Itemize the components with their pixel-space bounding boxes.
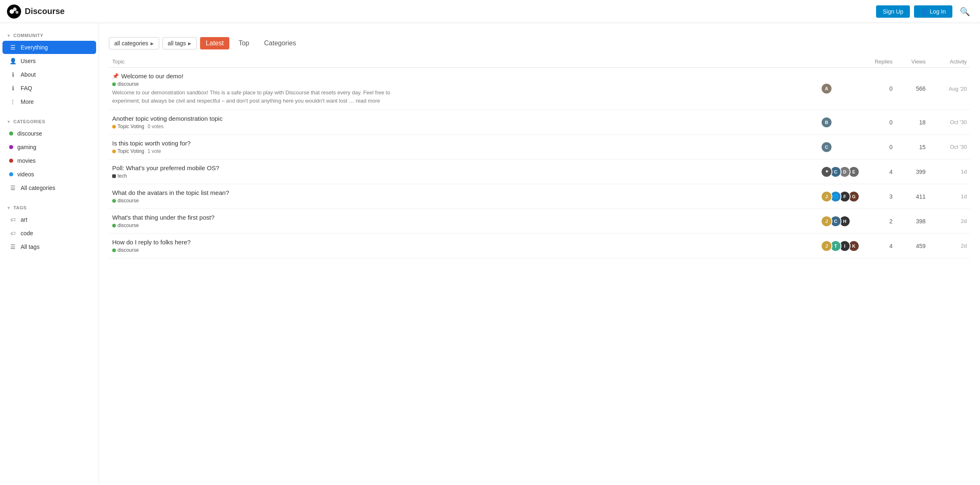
categories-section-header[interactable]: ▼ CATEGORIES — [0, 115, 99, 127]
category-badge[interactable]: tech — [112, 173, 127, 179]
categories-section: ▼ CATEGORIES discourse gaming movies vid… — [0, 115, 99, 194]
topic-title-link[interactable]: Is this topic worth voting for? — [112, 140, 814, 147]
category-badge[interactable]: discourse — [112, 198, 139, 204]
topic-meta: discourse — [112, 247, 814, 253]
replies-cell: 4 — [863, 159, 896, 184]
sidebar-item-art[interactable]: 🏷 art — [2, 213, 96, 226]
category-label: tech — [118, 173, 127, 179]
chevron-down-icon: ▼ — [7, 33, 11, 38]
category-badge[interactable]: Topic Voting — [112, 148, 144, 154]
logo[interactable]: Discourse — [7, 4, 65, 19]
tag-icon-art: 🏷 — [9, 217, 16, 223]
replies-cell: 0 — [863, 135, 896, 159]
table-row: 📌Welcome to our demo!discourseWelcome to… — [109, 68, 970, 110]
avatar[interactable]: A — [821, 83, 832, 94]
sidebar-item-about[interactable]: ℹ About — [2, 68, 96, 81]
main-content: all categories ▶ all tags ▶ Latest Top C… — [99, 0, 980, 485]
table-row: How do I reply to folks here?discourseJT… — [109, 234, 970, 258]
topic-meta: Topic Voting1 vote — [112, 148, 814, 154]
avatar[interactable]: C — [821, 141, 832, 153]
toolbar: all categories ▶ all tags ▶ Latest Top C… — [109, 37, 970, 49]
logo-text: Discourse — [25, 7, 65, 16]
activity-cell: Oct '30 — [929, 135, 970, 159]
views-cell: 411 — [896, 184, 929, 209]
sidebar-item-discourse[interactable]: discourse — [2, 127, 96, 140]
topic-table: Topic Replies Views Activity 📌Welcome to… — [109, 56, 970, 258]
category-badge[interactable]: discourse — [112, 223, 139, 228]
avatar[interactable]: B — [821, 117, 832, 128]
posters-list: ✦CDE — [821, 166, 860, 178]
topic-title: What do the avatars in the topic list me… — [112, 189, 229, 196]
community-section-header[interactable]: ▼ COMMUNITY — [0, 29, 99, 40]
topic-meta: tech — [112, 173, 814, 179]
category-dot — [112, 150, 116, 153]
avatar[interactable]: J — [821, 191, 832, 202]
sidebar-item-all-categories[interactable]: ☰ All categories — [2, 181, 96, 194]
category-badge[interactable]: Topic Voting — [112, 124, 144, 129]
tags-section: ▼ TAGS 🏷 art 🏷 code ☰ All tags — [0, 201, 99, 253]
col-header-activity: Activity — [929, 56, 970, 68]
more-icon: ⋮ — [9, 98, 16, 105]
replies-cell: 3 — [863, 184, 896, 209]
posters-cell: J🌐FG — [817, 184, 863, 209]
sidebar-item-all-tags[interactable]: ☰ All tags — [2, 240, 96, 253]
login-button[interactable]: 👤 Log In — [914, 5, 952, 18]
avatar[interactable]: J — [821, 240, 832, 252]
signup-button[interactable]: Sign Up — [876, 5, 910, 18]
sidebar-item-gaming[interactable]: gaming — [2, 141, 96, 154]
community-section: ▼ COMMUNITY ☰ Everything 👤 Users ℹ About… — [0, 29, 99, 108]
all-tags-filter[interactable]: all tags ▶ — [163, 37, 197, 49]
views-cell: 398 — [896, 209, 929, 234]
header-actions: Sign Up 👤 Log In 🔍 — [876, 5, 973, 18]
tab-top[interactable]: Top — [233, 37, 255, 49]
sidebar-item-more[interactable]: ⋮ More — [2, 95, 96, 108]
col-header-posters — [817, 56, 863, 68]
activity-cell: 1d — [929, 184, 970, 209]
topic-title-link[interactable]: Another topic voting demonstration topic — [112, 115, 814, 122]
avatar[interactable]: J — [821, 216, 832, 227]
topic-title-link[interactable]: What do the avatars in the topic list me… — [112, 189, 814, 196]
category-badge[interactable]: discourse — [112, 247, 139, 253]
topic-title: How do I reply to folks here? — [112, 239, 191, 246]
views-cell: 566 — [896, 68, 929, 110]
pin-icon: 📌 — [112, 73, 119, 79]
category-dot — [112, 248, 116, 252]
tab-categories[interactable]: Categories — [258, 37, 302, 49]
topic-title-link[interactable]: 📌Welcome to our demo! — [112, 73, 814, 80]
sidebar-item-faq[interactable]: ℹ FAQ — [2, 82, 96, 95]
posters-list: C — [821, 141, 860, 153]
topic-title-link[interactable]: What's that thing under the first post? — [112, 214, 814, 221]
sidebar-item-videos[interactable]: videos — [2, 168, 96, 181]
sidebar-item-users[interactable]: 👤 Users — [2, 54, 96, 68]
posters-cell: ✦CDE — [817, 159, 863, 184]
topic-title: Poll: What's your preferred mobile OS? — [112, 164, 219, 171]
sidebar-item-movies[interactable]: movies — [2, 154, 96, 167]
sidebar-item-code[interactable]: 🏷 code — [2, 227, 96, 240]
chevron-down-icon-tags: ▼ — [7, 206, 11, 210]
topic-title-link[interactable]: Poll: What's your preferred mobile OS? — [112, 164, 814, 171]
users-icon: 👤 — [9, 58, 16, 64]
topic-title-link[interactable]: How do I reply to folks here? — [112, 239, 814, 246]
table-row: Poll: What's your preferred mobile OS?te… — [109, 159, 970, 184]
tags-section-header[interactable]: ▼ TAGS — [0, 201, 99, 213]
svg-point-7 — [16, 11, 19, 14]
avatar[interactable]: ✦ — [821, 166, 832, 178]
posters-list: JCH — [821, 216, 860, 227]
search-button[interactable]: 🔍 — [956, 5, 973, 18]
views-cell: 459 — [896, 234, 929, 258]
topic-meta: discourse — [112, 81, 814, 87]
category-dot — [112, 224, 116, 227]
category-dot — [112, 125, 116, 129]
topic-meta: discourse — [112, 198, 814, 204]
search-icon: 🔍 — [960, 7, 970, 16]
category-dot — [112, 199, 116, 203]
replies-cell: 0 — [863, 110, 896, 135]
posters-cell: A — [817, 68, 863, 110]
replies-cell: 2 — [863, 209, 896, 234]
sidebar-item-everything[interactable]: ☰ Everything — [2, 41, 96, 54]
chevron-right-icon: ▶ — [151, 41, 154, 46]
posters-cell: JCH — [817, 209, 863, 234]
category-badge[interactable]: discourse — [112, 81, 139, 87]
tab-latest[interactable]: Latest — [200, 37, 230, 49]
all-categories-filter[interactable]: all categories ▶ — [109, 37, 159, 49]
